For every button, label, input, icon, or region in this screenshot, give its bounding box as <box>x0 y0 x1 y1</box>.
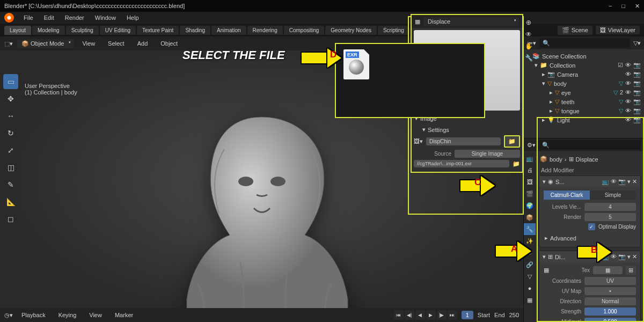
subsurf-simple[interactable]: Simple <box>590 191 636 200</box>
tab-scripting[interactable]: Scripting <box>378 26 409 35</box>
btn-last[interactable]: ⏭ <box>448 310 457 320</box>
coords-dropdown[interactable]: UV <box>584 277 636 285</box>
ptab-modifiers[interactable]: 🔧 <box>524 223 536 235</box>
ptab-object[interactable]: 📦 <box>524 211 536 223</box>
image-name[interactable]: DispChin <box>426 137 501 145</box>
tree-collection[interactable]: ▾📁Collection☑👁📷 <box>527 61 641 70</box>
menu-edit[interactable]: Edit <box>40 13 58 22</box>
settings-section[interactable]: ▾Settings <box>414 124 520 135</box>
tool-scale[interactable]: ⤢ <box>3 143 18 158</box>
advanced-section[interactable]: ▸Advanced <box>544 232 636 244</box>
tl-playback[interactable]: Playback <box>17 311 50 319</box>
subsurf-catmull[interactable]: Catmull-Clark <box>544 191 590 200</box>
tab-layout[interactable]: Layout <box>4 26 31 35</box>
side-tab-4[interactable]: 🔧 <box>523 53 534 63</box>
menu-window[interactable]: Window <box>91 13 120 22</box>
filter-icon[interactable]: ▽▾ <box>633 40 641 47</box>
tree-light[interactable]: ▸💡Light👁📷 <box>527 115 641 125</box>
texture-field[interactable]: ▦ <box>593 266 623 274</box>
levels-viewport[interactable]: 4 <box>584 203 636 211</box>
show-texture-icon[interactable]: ⊞ <box>626 266 636 275</box>
select-mode-3[interactable] <box>26 53 35 61</box>
tree-teeth[interactable]: ▸▽teeth▽👁📷 <box>527 97 641 106</box>
menu-file[interactable]: File <box>19 13 38 22</box>
file-exr[interactable]: EXR <box>341 49 371 79</box>
uvmap-field[interactable]: • <box>584 287 636 295</box>
tree-camera[interactable]: ▸📷Camera👁📷 <box>527 70 641 79</box>
side-tab-3[interactable]: ✋ <box>523 41 534 52</box>
select-mode-4[interactable] <box>36 53 46 61</box>
tab-rendering[interactable]: Rendering <box>247 26 283 35</box>
ptab-output[interactable]: 🖨 <box>524 164 536 176</box>
tool-cursor[interactable]: ✥ <box>3 91 18 106</box>
optimal-display-check[interactable]: ✓ <box>588 223 595 230</box>
tab-animation[interactable]: Animation <box>211 26 246 35</box>
tab-modeling[interactable]: Modeling <box>32 26 65 35</box>
btn-first[interactable]: ⏮ <box>394 310 404 320</box>
tool-measure[interactable]: 📐 <box>3 194 18 209</box>
btn-play[interactable]: ▶ <box>426 310 436 320</box>
menu-render[interactable]: Render <box>61 13 89 22</box>
tool-move[interactable]: ↔ <box>3 108 18 123</box>
tree-tongue[interactable]: ▸▽tongue▽👁📷 <box>527 106 641 115</box>
texture-slot-dropdown[interactable]: Displace <box>423 17 519 26</box>
tab-shading[interactable]: Shading <box>180 26 210 35</box>
tool-transform[interactable]: ◫ <box>3 160 18 175</box>
timeline-editor-icon[interactable]: ◷▾ <box>4 312 13 319</box>
tool-rotate[interactable]: ↻ <box>3 126 18 141</box>
tool-select[interactable]: ▭ <box>3 74 18 89</box>
tl-keying[interactable]: Keying <box>54 311 81 319</box>
ptab-render[interactable]: 📺 <box>524 152 536 164</box>
props-search[interactable] <box>539 140 641 150</box>
ptab-scene[interactable]: 🎬 <box>524 188 536 200</box>
vp-menu-add[interactable]: Add <box>133 39 152 48</box>
vp-menu-object[interactable]: Object <box>156 39 182 48</box>
tool-annotate[interactable]: ✎ <box>3 177 18 192</box>
midlevel-field[interactable]: 0.500 <box>584 318 636 322</box>
browse-path-icon[interactable]: 📁 <box>513 160 520 167</box>
maximize-icon[interactable]: □ <box>621 3 625 10</box>
tool-addcube[interactable]: ◻ <box>3 211 18 226</box>
btn-next-key[interactable]: |▶ <box>437 310 447 320</box>
tree-scene-collection[interactable]: ▸📚Scene Collection <box>527 52 641 61</box>
tab-texture[interactable]: Texture Paint <box>137 26 179 35</box>
viewlayer-selector[interactable]: 🖼ViewLayer <box>596 26 640 34</box>
current-frame[interactable]: 1 <box>462 311 473 319</box>
tree-body[interactable]: ▾▽body▽👁📷 <box>527 79 641 88</box>
tab-geonodes[interactable]: Geometry Nodes <box>325 26 377 35</box>
select-mode-5[interactable] <box>47 53 57 61</box>
editor-type-icon[interactable]: ⬚▾ <box>4 40 13 47</box>
ptab-data[interactable]: ▽ <box>524 270 536 282</box>
tl-view[interactable]: View <box>85 311 106 319</box>
btn-prev-key[interactable]: ◀| <box>405 310 414 320</box>
tree-eye[interactable]: ▸▽eye▽2👁📷 <box>527 88 641 97</box>
minimize-icon[interactable]: − <box>609 3 612 10</box>
mode-dropdown[interactable]: 📦 Object Mode <box>17 39 74 48</box>
menu-help[interactable]: Help <box>122 13 143 22</box>
select-mode-2[interactable] <box>15 53 25 61</box>
tl-marker[interactable]: Marker <box>111 311 137 319</box>
outliner-search[interactable] <box>539 38 630 48</box>
vp-menu-view[interactable]: View <box>78 39 99 48</box>
side-tab-2[interactable]: 👁 <box>523 29 534 40</box>
props-editor-icon[interactable]: ⚙▾ <box>527 142 536 149</box>
side-tab-1[interactable]: ⊕ <box>523 17 534 28</box>
strength-field[interactable]: 1.000 <box>584 308 636 316</box>
scene-selector[interactable]: 🎬Scene <box>558 26 592 35</box>
tab-sculpting[interactable]: Sculpting <box>66 26 99 35</box>
tab-uv[interactable]: UV Editing <box>100 26 136 35</box>
open-file-icon[interactable]: 📁 <box>504 135 520 148</box>
direction-dropdown[interactable]: Normal <box>584 297 636 305</box>
ptab-world[interactable]: 🌍 <box>524 200 536 211</box>
close-icon[interactable]: ✕ <box>635 3 640 10</box>
select-mode-1[interactable] <box>4 53 14 61</box>
blender-logo-icon[interactable]: ⬢ <box>4 13 14 23</box>
image-path[interactable]: //cgTRader\...imp-001.exr <box>414 160 509 167</box>
vp-menu-select[interactable]: Select <box>104 39 129 48</box>
ptab-texture[interactable]: ▦ <box>524 294 536 306</box>
tab-compositing[interactable]: Compositing <box>284 26 325 35</box>
source-dropdown[interactable]: Single Image <box>455 150 520 158</box>
add-modifier[interactable]: Add Modifier <box>539 165 641 175</box>
levels-render[interactable]: 5 <box>584 213 636 221</box>
btn-play-rev[interactable]: ◀ <box>415 310 425 320</box>
